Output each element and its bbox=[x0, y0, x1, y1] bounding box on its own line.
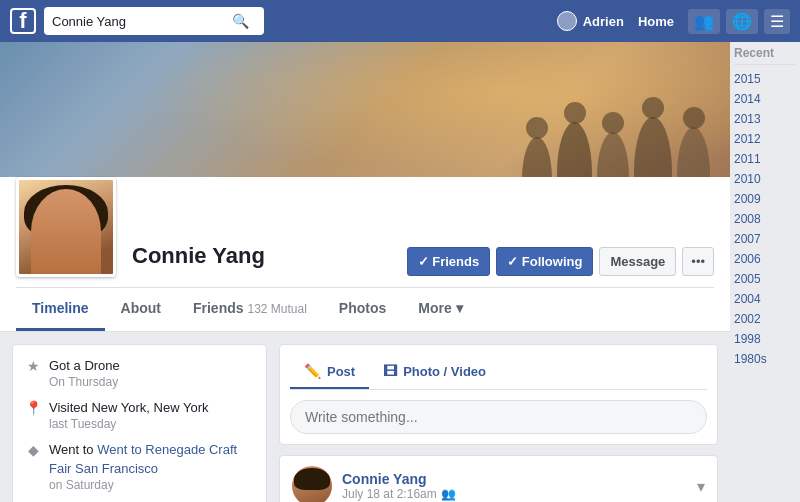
post-header: Connie Yang July 18 at 2:16am 👥 ▾ bbox=[280, 456, 717, 502]
nav-home-link[interactable]: Home bbox=[630, 14, 682, 29]
activity-visited-subtext: last Tuesday bbox=[49, 417, 208, 431]
star-icon: ★ bbox=[25, 358, 41, 374]
tab-timeline[interactable]: Timeline bbox=[16, 288, 105, 331]
activity-drone-subtext: On Thursday bbox=[49, 375, 120, 389]
timeline-year-2005[interactable]: 2005 bbox=[730, 269, 800, 289]
timeline-year-1998[interactable]: 1998 bbox=[730, 329, 800, 349]
nav-friends-icon[interactable]: 👥 bbox=[688, 9, 720, 34]
timeline-year-2010[interactable]: 2010 bbox=[730, 169, 800, 189]
post-date: July 18 at 2:16am bbox=[342, 487, 437, 501]
activity-craft-text: Went to Went to Renegade Craft Fair San … bbox=[49, 441, 254, 477]
timeline-year-2012[interactable]: 2012 bbox=[730, 129, 800, 149]
post-card: Connie Yang July 18 at 2:16am 👥 ▾ Biolum… bbox=[279, 455, 718, 502]
post-avatar bbox=[292, 466, 332, 502]
activity-visited-text: Visited New York, New York bbox=[49, 399, 208, 417]
profile-avatar bbox=[16, 177, 116, 277]
nav-username: Adrien bbox=[583, 14, 624, 29]
nav-globe-icon[interactable]: 🌐 bbox=[726, 9, 758, 34]
profile-tabs: Timeline About Friends 132 Mutual Photos… bbox=[16, 287, 714, 331]
location-icon: 📍 bbox=[25, 400, 41, 416]
timeline-year-2006[interactable]: 2006 bbox=[730, 249, 800, 269]
photo-icon: 🎞 bbox=[383, 363, 397, 379]
composer-input[interactable] bbox=[290, 400, 707, 434]
timeline-year-2007[interactable]: 2007 bbox=[730, 229, 800, 249]
facebook-logo: f bbox=[10, 8, 36, 34]
tab-about[interactable]: About bbox=[105, 288, 177, 331]
timeline-year-2013[interactable]: 2013 bbox=[730, 109, 800, 129]
post-composer: ✏️ Post 🎞 Photo / Video bbox=[279, 344, 718, 445]
timeline-year-2004[interactable]: 2004 bbox=[730, 289, 800, 309]
craft-fair-link[interactable]: Went to Renegade Craft Fair San Francisc… bbox=[49, 442, 237, 475]
activity-drone-text: Got a Drone bbox=[49, 357, 120, 375]
post-author-info: Connie Yang July 18 at 2:16am 👥 bbox=[342, 471, 456, 501]
profile-actions: ✓ Friends ✓ Following Message ••• bbox=[407, 247, 714, 276]
more-actions-button[interactable]: ••• bbox=[682, 247, 714, 276]
profile-name: Connie Yang bbox=[132, 243, 265, 268]
diamond-icon: ◆ bbox=[25, 442, 41, 458]
search-button[interactable]: 🔍 bbox=[232, 13, 249, 29]
timeline-year-2002[interactable]: 2002 bbox=[730, 309, 800, 329]
timeline-year-2014[interactable]: 2014 bbox=[730, 89, 800, 109]
activity-drone: ★ Got a Drone On Thursday bbox=[25, 357, 254, 389]
composer-photo-label: Photo / Video bbox=[403, 364, 486, 379]
tab-more[interactable]: More ▾ bbox=[402, 288, 478, 331]
composer-post-label: Post bbox=[327, 364, 355, 379]
main-feed: ✏️ Post 🎞 Photo / Video bbox=[279, 344, 718, 502]
post-icon: ✏️ bbox=[304, 363, 321, 379]
timeline-year-2009[interactable]: 2009 bbox=[730, 189, 800, 209]
nav-right: Adrien Home 👥 🌐 ☰ bbox=[557, 9, 790, 34]
top-navigation: f 🔍 Adrien Home 👥 🌐 ☰ bbox=[0, 0, 800, 42]
timeline-year-2011[interactable]: 2011 bbox=[730, 149, 800, 169]
post-author-name[interactable]: Connie Yang bbox=[342, 471, 456, 487]
activity-visited: 📍 Visited New York, New York last Tuesda… bbox=[25, 399, 254, 431]
timeline-year-2015[interactable]: 2015 bbox=[730, 69, 800, 89]
activity-craft-fair: ◆ Went to Went to Renegade Craft Fair Sa… bbox=[25, 441, 254, 491]
timeline-sidebar: Recent 2015 2014 2013 2012 2011 2010 200… bbox=[730, 42, 800, 502]
nav-avatar bbox=[557, 11, 577, 31]
search-bar[interactable]: 🔍 bbox=[44, 7, 264, 35]
timeline-divider bbox=[734, 64, 796, 65]
message-button[interactable]: Message bbox=[599, 247, 676, 276]
composer-post-tab[interactable]: ✏️ Post bbox=[290, 355, 369, 389]
timeline-label: Recent bbox=[730, 46, 800, 60]
post-privacy-icon: 👥 bbox=[441, 487, 456, 501]
post-meta: July 18 at 2:16am 👥 bbox=[342, 487, 456, 501]
activity-card: ★ Got a Drone On Thursday 📍 Visited New … bbox=[12, 344, 267, 502]
left-sidebar: ★ Got a Drone On Thursday 📍 Visited New … bbox=[12, 344, 267, 502]
composer-tabs: ✏️ Post 🎞 Photo / Video bbox=[290, 355, 707, 390]
nav-menu-icon[interactable]: ☰ bbox=[764, 9, 790, 34]
timeline-year-1980s[interactable]: 1980s bbox=[730, 349, 800, 369]
timeline-year-2008[interactable]: 2008 bbox=[730, 209, 800, 229]
activity-craft-subtext: on Saturday bbox=[49, 478, 254, 492]
composer-photo-tab[interactable]: 🎞 Photo / Video bbox=[369, 355, 500, 389]
search-input[interactable] bbox=[52, 14, 232, 29]
tab-photos[interactable]: Photos bbox=[323, 288, 402, 331]
following-button[interactable]: ✓ Following bbox=[496, 247, 593, 276]
friends-button[interactable]: ✓ Friends bbox=[407, 247, 491, 276]
tab-friends[interactable]: Friends 132 Mutual bbox=[177, 288, 323, 331]
profile-info-bar: Connie Yang ✓ Friends ✓ Following Messag… bbox=[0, 177, 730, 332]
post-collapse-button[interactable]: ▾ bbox=[697, 477, 705, 496]
